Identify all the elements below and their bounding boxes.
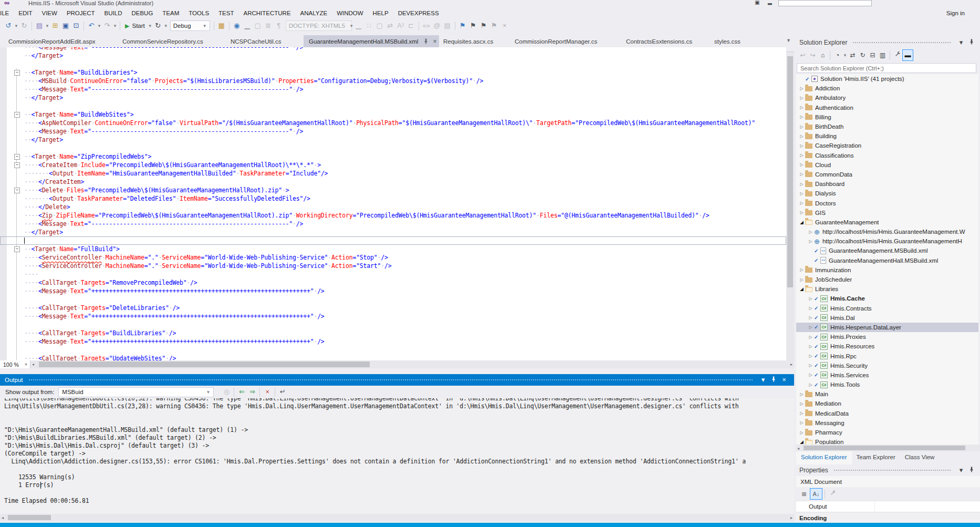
clear-all-output-icon[interactable]: × bbox=[262, 387, 273, 397]
tab-commonservicerepository-cs[interactable]: CommonServiceRepository.cs bbox=[117, 35, 211, 47]
tree-item[interactable]: ▷CaseRegistration bbox=[796, 141, 978, 150]
menu-team[interactable]: TEAM bbox=[158, 8, 184, 18]
collapsed-arrow-icon[interactable]: ▷ bbox=[798, 201, 805, 205]
tab-class-view[interactable]: Class View bbox=[900, 451, 940, 464]
collapsed-arrow-icon[interactable]: ▷ bbox=[798, 430, 805, 435]
tag-navigation-icon[interactable]: ⇄ bbox=[385, 20, 395, 31]
fold-collapse-icon[interactable]: − bbox=[14, 246, 20, 252]
tree-item[interactable]: ▷Doctors bbox=[796, 198, 978, 208]
tab-commissionreportmanager-cs[interactable]: CommissionReportManager.cs bbox=[509, 35, 603, 47]
output-horizontal-scrollbar[interactable]: ◂ ▸ bbox=[0, 514, 794, 521]
goto-prev-message-icon[interactable]: ⇐ bbox=[236, 387, 247, 397]
collapsed-arrow-icon[interactable]: ▷ bbox=[798, 153, 805, 158]
tab-guaranteemanagementhall-msbuild-xml[interactable]: GuaranteeManagementHall.MSBuild.xml× bbox=[304, 35, 439, 47]
redo-icon[interactable]: ↷ bbox=[102, 20, 112, 31]
menu-architecture[interactable]: ARCHITECTURE bbox=[238, 8, 295, 18]
tree-item[interactable]: ▷✓C#Hmis.Contracts bbox=[796, 304, 978, 313]
pin-icon[interactable] bbox=[966, 37, 977, 48]
tree-item[interactable]: ✓<>GuaranteeManagement.MSBuild.xml bbox=[796, 246, 978, 255]
tree-item[interactable]: ▷Messaging bbox=[796, 418, 978, 428]
chevron-down-icon[interactable]: ▼ bbox=[14, 24, 19, 28]
collapsed-arrow-icon[interactable]: ▷ bbox=[798, 401, 805, 406]
scrollbar-thumb[interactable] bbox=[39, 361, 370, 367]
sign-in-button[interactable]: Sign in bbox=[942, 8, 969, 18]
prev-bookmark-icon[interactable]: ⚑ bbox=[468, 20, 478, 31]
add-new-item-icon[interactable]: ⊞ bbox=[50, 20, 60, 31]
tab-ncspcacheutil-cs[interactable]: NCSPCacheUtil.cs bbox=[225, 35, 284, 47]
close-icon[interactable]: × bbox=[433, 38, 436, 45]
chevron-down-icon[interactable]: ▼ bbox=[112, 24, 118, 28]
tree-item[interactable]: ▷✓C#Hmis.Rpc bbox=[796, 351, 978, 360]
open-browser-icon[interactable]: ▤ bbox=[34, 20, 45, 31]
list-members-icon[interactable]: ∷ bbox=[364, 20, 374, 31]
menu-analyze[interactable]: ANALYZE bbox=[296, 8, 332, 18]
document-outline-icon[interactable]: ▢ bbox=[253, 20, 263, 31]
collapsed-arrow-icon[interactable]: ▷ bbox=[798, 191, 805, 196]
categorized-icon[interactable]: ⊞ bbox=[798, 489, 810, 499]
tab-commissionreportaddedit-aspx[interactable]: CommissionReportAddEdit.aspx bbox=[3, 35, 99, 47]
fold-collapse-icon[interactable]: − bbox=[14, 154, 20, 160]
scrollbar-thumb[interactable] bbox=[8, 515, 51, 520]
save-all-icon[interactable]: ⊡ bbox=[71, 20, 81, 31]
close-icon[interactable]: × bbox=[779, 375, 789, 385]
properties-wrench-icon[interactable] bbox=[892, 50, 902, 60]
collapsed-arrow-icon[interactable]: ▷ bbox=[798, 420, 805, 425]
scrollbar-thumb[interactable] bbox=[787, 56, 793, 287]
tree-item[interactable]: ▷✓C#Hmis.Dal bbox=[796, 313, 978, 323]
tree-item[interactable]: ▷Dialysis bbox=[796, 189, 978, 198]
properties-header[interactable]: Properties ▾ bbox=[796, 464, 980, 476]
menu-window[interactable]: WINDOW bbox=[332, 8, 368, 18]
tree-item[interactable]: ▷✓C#Hmis.Resources bbox=[796, 342, 978, 351]
nav-backward-icon[interactable]: ↺ bbox=[3, 20, 14, 31]
tree-item[interactable]: ◢Libraries bbox=[796, 284, 978, 294]
tree-item[interactable]: ▷✓C#Hmis.Cache bbox=[796, 294, 978, 303]
tab-team-explorer[interactable]: Team Explorer bbox=[852, 451, 900, 464]
fold-collapse-icon[interactable]: − bbox=[14, 162, 20, 168]
debug-configuration-select[interactable]: Debug▼ bbox=[170, 20, 210, 31]
format-selection-icon[interactable]: ¶ bbox=[274, 20, 284, 31]
feedback-icon[interactable]: ▣ bbox=[755, 0, 759, 5]
collapsed-arrow-icon[interactable]: ▷ bbox=[807, 230, 814, 234]
restart-icon[interactable]: ↻ bbox=[153, 20, 163, 31]
collapsed-arrow-icon[interactable]: ▷ bbox=[798, 115, 805, 119]
sync-with-active-document-icon[interactable]: ⇄ bbox=[848, 50, 858, 60]
collapsed-arrow-icon[interactable]: ▷ bbox=[807, 325, 814, 329]
tree-item[interactable]: ▷Cloud bbox=[796, 160, 978, 170]
more-commands-icon[interactable]: × bbox=[499, 20, 510, 31]
show-all-files-icon[interactable]: ▥ bbox=[878, 50, 888, 60]
tree-item[interactable]: ▷Mediation bbox=[796, 399, 978, 408]
menu-devexpress[interactable]: DEVEXPRESS bbox=[393, 8, 444, 18]
menu-file[interactable]: FILE bbox=[0, 8, 14, 18]
scroll-right-icon[interactable]: ▸ bbox=[790, 361, 793, 368]
collapsed-arrow-icon[interactable]: ▷ bbox=[807, 296, 814, 301]
at-icon[interactable]: @ bbox=[432, 20, 442, 31]
tree-item[interactable]: ◢Population bbox=[796, 437, 978, 445]
collapsed-arrow-icon[interactable]: ▷ bbox=[798, 172, 805, 177]
tree-item[interactable]: ▷✓C#Hmis.Security bbox=[796, 361, 978, 370]
property-pages-wrench-icon[interactable] bbox=[827, 489, 839, 499]
collapsed-arrow-icon[interactable]: ▷ bbox=[807, 354, 814, 358]
editor-vertical-scrollbar[interactable] bbox=[786, 52, 794, 360]
properties-object-select[interactable]: XML Document bbox=[796, 476, 980, 487]
menu-edit[interactable]: EDIT bbox=[14, 8, 37, 18]
tree-item[interactable]: ▷Addiction bbox=[796, 84, 978, 93]
tree-item[interactable]: ▷✓C#Hmis.Services bbox=[796, 370, 978, 380]
tab-styles-css[interactable]: styles.css bbox=[709, 35, 749, 47]
preview-selected-items-icon[interactable]: ▬ bbox=[902, 49, 913, 61]
find-message-icon[interactable]: ◎ bbox=[221, 387, 232, 397]
tab-requisites-ascx-cs[interactable]: Requisites.ascx.cs bbox=[438, 35, 497, 47]
output-source-select[interactable]: MSBuid ▼ bbox=[58, 387, 214, 397]
editor-horizontal-scrollbar[interactable]: ◂ ▸ bbox=[30, 360, 794, 368]
chevron-down-icon[interactable]: ▼ bbox=[842, 53, 848, 58]
tree-item[interactable]: ▷⊕http://localhost/Hmis/Hmis.GuaranteeMa… bbox=[796, 227, 978, 236]
collapsed-arrow-icon[interactable]: ▷ bbox=[798, 143, 805, 148]
collapsed-arrow-icon[interactable]: ▷ bbox=[798, 105, 805, 110]
format-document-icon[interactable]: ≣ bbox=[263, 20, 274, 31]
scroll-left-icon[interactable]: ◂ bbox=[32, 361, 34, 368]
tree-item[interactable]: ▷Authentication bbox=[796, 103, 978, 112]
tree-item[interactable]: ▷CommonData bbox=[796, 170, 978, 179]
collapsed-arrow-icon[interactable]: ▷ bbox=[798, 86, 805, 91]
pin-icon[interactable] bbox=[966, 465, 977, 476]
collapsed-arrow-icon[interactable]: ▷ bbox=[798, 134, 805, 139]
editor-zoom-select[interactable]: 100 %▼ bbox=[0, 360, 30, 368]
